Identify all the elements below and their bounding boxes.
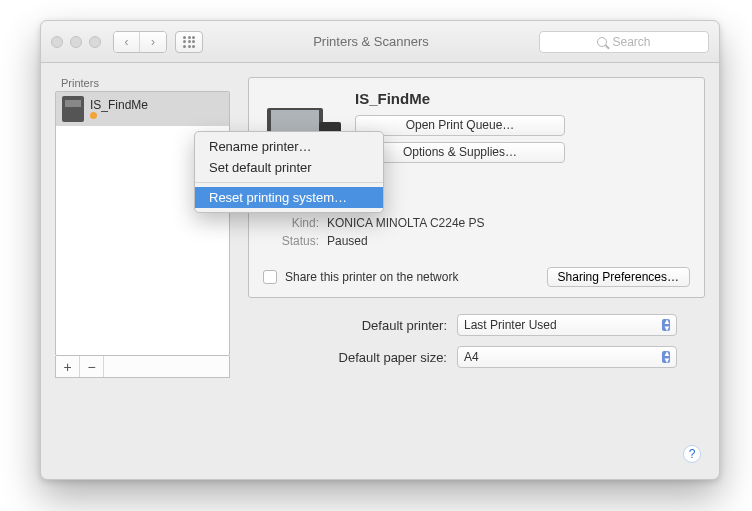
minimize-icon[interactable]: [70, 36, 82, 48]
zoom-icon[interactable]: [89, 36, 101, 48]
printer-status: [90, 112, 148, 119]
ctx-separator: [195, 182, 383, 183]
printer-item[interactable]: IS_FindMe: [56, 92, 229, 126]
search-icon: [597, 37, 607, 47]
paper-size-value: A4: [464, 350, 479, 364]
titlebar: ‹ › Printers & Scanners Search: [41, 21, 719, 63]
sidebar-label: Printers: [61, 77, 230, 89]
traffic-lights: [51, 36, 101, 48]
context-menu: Rename printer… Set default printer Rese…: [194, 131, 384, 213]
window-title: Printers & Scanners: [203, 34, 539, 49]
chevron-updown-icon: ▲▼: [663, 318, 669, 332]
forward-button[interactable]: ›: [140, 32, 166, 52]
bottom-settings: Default printer: Last Printer Used ▲▼ De…: [248, 310, 705, 378]
ctx-rename[interactable]: Rename printer…: [195, 136, 383, 157]
printer-info: IS_FindMe: [90, 99, 148, 119]
printer-name: IS_FindMe: [90, 99, 148, 112]
sharing-prefs-button[interactable]: Sharing Preferences…: [547, 267, 690, 287]
printer-icon: [62, 96, 84, 122]
search-placeholder: Search: [612, 35, 650, 49]
help-button[interactable]: ?: [683, 445, 701, 463]
add-printer-button[interactable]: +: [56, 356, 80, 377]
kind-value: KONICA MINOLTA C224e PS: [327, 216, 485, 230]
paper-size-select[interactable]: A4 ▲▼: [457, 346, 677, 368]
default-printer-value: Last Printer Used: [464, 318, 557, 332]
sidebar: Printers IS_FindMe + −: [55, 77, 230, 378]
status-label: Status:: [263, 234, 319, 248]
share-checkbox[interactable]: [263, 270, 277, 284]
open-queue-button[interactable]: Open Print Queue…: [355, 115, 565, 136]
remove-printer-button[interactable]: −: [80, 356, 104, 377]
share-label: Share this printer on the network: [285, 270, 458, 284]
sidebar-footer: + −: [55, 356, 230, 378]
paper-size-label: Default paper size:: [339, 350, 447, 365]
prefs-window: ‹ › Printers & Scanners Search Printers …: [40, 20, 720, 480]
grid-icon: [183, 36, 195, 48]
share-row: Share this printer on the network Sharin…: [263, 267, 690, 287]
show-all-button[interactable]: [175, 31, 203, 53]
status-value: Paused: [327, 234, 368, 248]
back-button[interactable]: ‹: [114, 32, 140, 52]
default-printer-select[interactable]: Last Printer Used ▲▼: [457, 314, 677, 336]
kind-label: Kind:: [263, 216, 319, 230]
content-area: Printers IS_FindMe + −: [41, 63, 719, 392]
detail-title: IS_FindMe: [355, 90, 690, 107]
close-icon[interactable]: [51, 36, 63, 48]
options-supplies-button[interactable]: Options & Supplies…: [355, 142, 565, 163]
ctx-reset[interactable]: Reset printing system…: [195, 187, 383, 208]
nav-back-forward: ‹ ›: [113, 31, 167, 53]
search-input[interactable]: Search: [539, 31, 709, 53]
pause-dot-icon: [90, 112, 97, 119]
chevron-updown-icon: ▲▼: [663, 350, 669, 364]
default-printer-label: Default printer:: [362, 318, 447, 333]
ctx-set-default[interactable]: Set default printer: [195, 157, 383, 178]
